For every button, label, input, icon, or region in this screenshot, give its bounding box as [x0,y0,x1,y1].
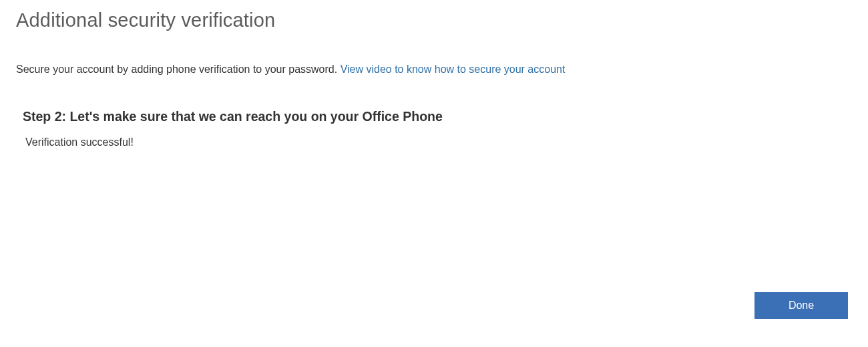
intro-text-line: Secure your account by adding phone veri… [16,64,852,76]
intro-text: Secure your account by adding phone veri… [16,64,341,75]
view-video-link[interactable]: View video to know how to secure your ac… [341,64,566,75]
page-title: Additional security verification [16,9,852,31]
step-heading: Step 2: Let's make sure that we can reac… [23,109,852,124]
done-button[interactable]: Done [754,292,848,319]
verification-status: Verification successful! [25,136,852,148]
